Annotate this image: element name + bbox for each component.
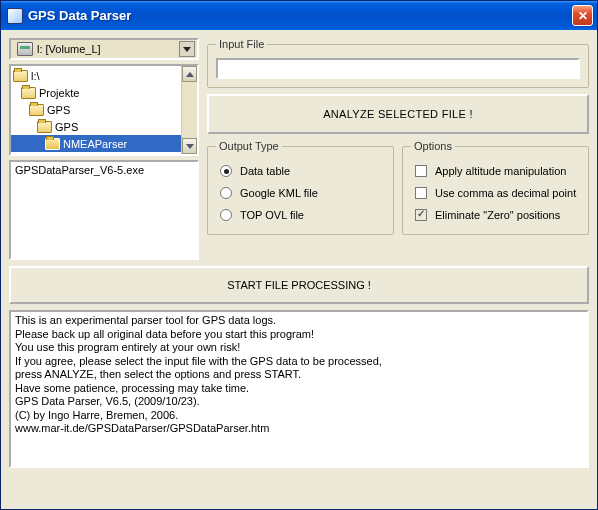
drive-icon: [17, 42, 33, 56]
options-group: Options Apply altitude manipulationUse c…: [402, 140, 589, 235]
folder-icon: [45, 138, 60, 150]
checkbox-label: Apply altitude manipulation: [435, 165, 566, 177]
tree-item[interactable]: NMEAParser: [11, 135, 181, 152]
log-line: (C) by Ingo Harre, Bremen, 2006.: [15, 409, 583, 423]
output-type-option[interactable]: Google KML file: [216, 182, 385, 204]
app-icon: [7, 8, 23, 24]
log-line: press ANALYZE, then select the options a…: [15, 368, 583, 382]
input-file-legend: Input File: [216, 38, 267, 50]
options-legend: Options: [411, 140, 455, 152]
log-output[interactable]: This is an experimental parser tool for …: [9, 310, 589, 468]
folder-tree[interactable]: l:\ProjekteGPSGPSNMEAParser: [9, 64, 199, 156]
log-line: If you agree, please select the input fi…: [15, 355, 583, 369]
radio-icon: [220, 209, 232, 221]
input-file-field[interactable]: [216, 58, 580, 79]
list-item[interactable]: GPSDataParser_V6-5.exe: [15, 164, 193, 176]
radio-label: Data table: [240, 165, 290, 177]
folder-icon: [37, 121, 52, 133]
tree-item[interactable]: GPS: [11, 101, 197, 118]
folder-icon: [29, 104, 44, 116]
log-line: GPS Data Parser, V6.5, (2009/10/23).: [15, 395, 583, 409]
option-checkbox[interactable]: Apply altitude manipulation: [411, 160, 580, 182]
drive-combo[interactable]: l: [Volume_L]: [9, 38, 199, 60]
tree-item-label: GPS: [55, 121, 78, 133]
log-line: Have some patience, processing may take …: [15, 382, 583, 396]
window-title: GPS Data Parser: [28, 8, 572, 23]
close-button[interactable]: ✕: [572, 5, 593, 26]
checkbox-icon: [415, 209, 427, 221]
tree-item-label: NMEAParser: [63, 138, 127, 150]
analyze-button-label: ANALYZE SELECTED FILE !: [323, 108, 473, 120]
folder-icon: [13, 70, 28, 82]
output-type-option[interactable]: Data table: [216, 160, 385, 182]
checkbox-icon: [415, 165, 427, 177]
log-line: This is an experimental parser tool for …: [15, 314, 583, 328]
scroll-down-icon[interactable]: [182, 138, 197, 154]
radio-label: TOP OVL file: [240, 209, 304, 221]
folder-icon: [21, 87, 36, 99]
tree-item-label: l:\: [31, 70, 40, 82]
chevron-down-icon[interactable]: [179, 41, 195, 57]
option-checkbox[interactable]: Eliminate "Zero" positions: [411, 204, 580, 226]
checkbox-label: Eliminate "Zero" positions: [435, 209, 560, 221]
title-bar: GPS Data Parser ✕: [1, 1, 597, 30]
checkbox-icon: [415, 187, 427, 199]
tree-scrollbar[interactable]: [181, 66, 197, 154]
option-checkbox[interactable]: Use comma as decimal point: [411, 182, 580, 204]
log-line: Please back up all original data before …: [15, 328, 583, 342]
radio-label: Google KML file: [240, 187, 318, 199]
tree-item[interactable]: Projekte: [11, 84, 197, 101]
close-icon: ✕: [578, 9, 588, 23]
radio-icon: [220, 187, 232, 199]
output-type-legend: Output Type: [216, 140, 282, 152]
analyze-button[interactable]: ANALYZE SELECTED FILE !: [207, 94, 589, 134]
tree-item[interactable]: GPS: [11, 118, 197, 135]
start-button[interactable]: START FILE PROCESSING !: [9, 266, 589, 304]
tree-item-label: Projekte: [39, 87, 79, 99]
start-button-label: START FILE PROCESSING !: [227, 279, 371, 291]
output-type-option[interactable]: TOP OVL file: [216, 204, 385, 226]
log-line: You use this program entirely at your ow…: [15, 341, 583, 355]
tree-item-label: GPS: [47, 104, 70, 116]
log-line: www.mar-it.de/GPSDataParser/GPSDataParse…: [15, 422, 583, 436]
radio-icon: [220, 165, 232, 177]
scroll-up-icon[interactable]: [182, 66, 197, 82]
tree-item[interactable]: l:\: [11, 67, 197, 84]
output-type-group: Output Type Data tableGoogle KML fileTOP…: [207, 140, 394, 235]
input-file-group: Input File: [207, 38, 589, 88]
checkbox-label: Use comma as decimal point: [435, 187, 576, 199]
drive-label: l: [Volume_L]: [37, 43, 179, 55]
file-list[interactable]: GPSDataParser_V6-5.exe: [9, 160, 199, 260]
